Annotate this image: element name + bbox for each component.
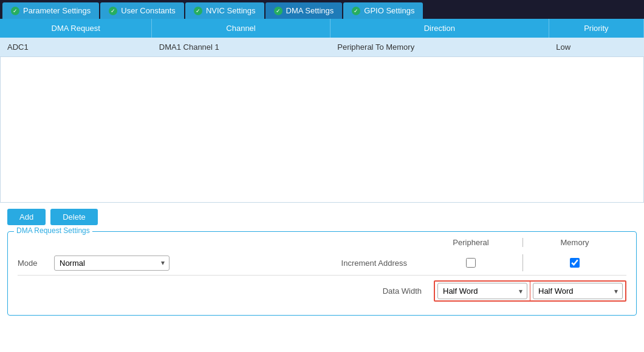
data-width-group: Byte Half Word Word Byte Half Word Word	[434, 280, 626, 302]
cell-dma-request: ADC1	[0, 38, 152, 57]
table-empty-area	[0, 57, 644, 203]
tab-check-icon: ✓	[11, 7, 19, 15]
tab-label: User Constants	[121, 6, 176, 15]
peripheral-data-width-cell: Byte Half Word Word	[435, 282, 530, 300]
tab-label: GPIO Settings	[364, 6, 414, 15]
memory-checkbox-cell	[523, 258, 626, 268]
tab-check-icon: ✓	[274, 7, 283, 15]
data-width-label: Data Width	[383, 286, 422, 296]
settings-legend: DMA Request Settings	[14, 226, 92, 235]
tab-label: NVIC Settings	[206, 6, 256, 15]
table-row[interactable]: ADC1 DMA1 Channel 1 Peripheral To Memory…	[0, 38, 644, 57]
tab-nvic-settings[interactable]: ✓ NVIC Settings	[185, 2, 264, 19]
tab-bar: ✓ Parameter Settings ✓ User Constants ✓ …	[0, 0, 644, 19]
cell-channel: DMA1 Channel 1	[152, 38, 330, 57]
memory-increment-checkbox[interactable]	[570, 258, 580, 268]
cell-direction: Peripheral To Memory	[330, 38, 549, 57]
mode-label: Mode	[18, 259, 48, 268]
tab-gpio-settings[interactable]: ✓ GPIO Settings	[343, 2, 423, 19]
col-header-priority: Priority	[549, 19, 643, 38]
add-button[interactable]: Add	[7, 209, 46, 225]
delete-button[interactable]: Delete	[50, 209, 98, 225]
peripheral-data-width-wrapper: Byte Half Word Word	[437, 283, 527, 299]
mode-row: Mode Normal Circular Increment Address	[18, 251, 626, 276]
memory-data-width-select[interactable]: Byte Half Word Word	[533, 283, 623, 299]
tab-label: Parameter Settings	[23, 6, 91, 15]
col-headers-row: Peripheral Memory	[18, 238, 626, 247]
cell-priority: Low	[549, 38, 643, 57]
data-width-row: Data Width Byte Half Word Word	[18, 277, 626, 305]
tab-dma-settings[interactable]: ✓ DMA Settings	[265, 2, 343, 19]
col-header-dma-request: DMA Request	[0, 19, 152, 38]
col-header-direction: Direction	[330, 19, 549, 38]
tab-check-icon: ✓	[352, 7, 360, 15]
dma-request-settings: DMA Request Settings Peripheral Memory M…	[7, 231, 637, 316]
mode-right: Increment Address	[341, 254, 626, 271]
mode-select-wrapper: Normal Circular	[54, 256, 170, 271]
tab-check-icon: ✓	[194, 7, 202, 15]
peripheral-increment-checkbox[interactable]	[466, 258, 476, 268]
buttons-area: Add Delete	[0, 203, 644, 231]
memory-data-width-cell: Byte Half Word Word	[530, 282, 625, 300]
memory-data-width-wrapper: Byte Half Word Word	[533, 283, 623, 299]
peripheral-data-width-select[interactable]: Byte Half Word Word	[437, 283, 527, 299]
tab-user-constants[interactable]: ✓ User Constants	[100, 2, 184, 19]
mode-left: Mode Normal Circular	[18, 256, 341, 271]
main-content: DMA Request Channel Direction Priority A…	[0, 19, 644, 316]
tab-label: DMA Settings	[286, 6, 334, 15]
peripheral-checkbox-cell	[419, 258, 522, 268]
data-width-right: Data Width Byte Half Word Word	[383, 280, 626, 302]
col-header-channel: Channel	[152, 19, 330, 38]
increment-address-label: Increment Address	[341, 259, 407, 268]
tab-parameter-settings[interactable]: ✓ Parameter Settings	[2, 2, 99, 19]
col-header-memory: Memory	[523, 238, 626, 247]
mode-select[interactable]: Normal Circular	[54, 256, 170, 271]
tab-check-icon: ✓	[109, 7, 117, 15]
dma-table: DMA Request Channel Direction Priority A…	[0, 19, 644, 57]
col-header-peripheral: Peripheral	[419, 238, 522, 247]
